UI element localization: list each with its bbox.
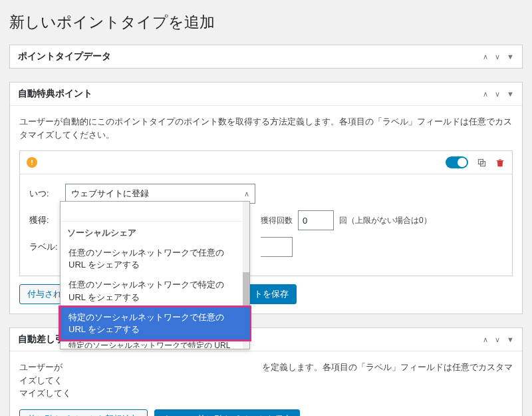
trash-icon[interactable] bbox=[495, 157, 505, 168]
panel-title: 自動特典ポイント bbox=[18, 88, 483, 100]
page-title: 新しいポイントタイプを追加 bbox=[9, 12, 523, 33]
when-dropdown: ソーシャルシェア 任意のソーシャルネットワークで任意の URL をシェアする 任… bbox=[60, 201, 250, 349]
max-times-label: 獲得回数 bbox=[261, 215, 293, 226]
caret-down-icon[interactable]: ▼ bbox=[507, 53, 514, 61]
chevron-up-icon: ∧ bbox=[244, 190, 249, 198]
dropdown-group-label: ソーシャルシェア bbox=[61, 222, 249, 243]
chevron-up-icon[interactable]: ∧ bbox=[483, 53, 488, 61]
chevron-down-icon[interactable]: ∨ bbox=[495, 90, 500, 99]
when-select-value: ウェブサイトに登録 bbox=[71, 188, 149, 200]
warning-icon: ! bbox=[27, 157, 37, 168]
chevron-up-icon[interactable]: ∧ bbox=[483, 335, 488, 344]
award-item: ! いつ: bbox=[19, 150, 513, 276]
label-label: ラベル: bbox=[29, 241, 60, 253]
dropdown-option[interactable]: 任意のソーシャルネットワークで任意の URL をシェアする bbox=[61, 243, 249, 275]
panel-description: ユーザーが自動的にこのポイントタイプのポイント数を取得する方法定義します。各項目… bbox=[19, 115, 513, 141]
enable-toggle[interactable] bbox=[446, 156, 468, 168]
chevron-down-icon[interactable]: ∨ bbox=[495, 53, 500, 61]
dropdown-option[interactable]: 任意のソーシャルネットワークで特定の URL をシェアする bbox=[61, 275, 249, 307]
save-deducts-button[interactable]: すべての差し引きポイントを保存 bbox=[154, 409, 300, 417]
panel-auto-award-points: 自動特典ポイント ∧ ∨ ▼ ユーザーが自動的にこのポイントタイプのポイント数を… bbox=[9, 82, 523, 314]
caret-down-icon[interactable]: ▼ bbox=[507, 335, 514, 344]
earn-label: 獲得: bbox=[29, 214, 60, 226]
copy-icon[interactable] bbox=[476, 157, 487, 168]
when-label: いつ: bbox=[29, 188, 60, 200]
chevron-up-icon[interactable]: ∧ bbox=[483, 90, 488, 99]
save-awards-button[interactable]: トを保存 bbox=[246, 284, 297, 304]
panel-description: ユーザーがを定義します。各項目の「ラベル」フィールドは任意でカスタマイズしてく … bbox=[19, 361, 513, 400]
add-deduct-button[interactable]: 差し引きポイントを新規追加 bbox=[19, 409, 148, 417]
panel-title: ポイントタイプデータ bbox=[18, 51, 483, 63]
panel-point-type-data: ポイントタイプデータ ∧ ∨ ▼ bbox=[9, 45, 523, 69]
label-input[interactable] bbox=[261, 237, 293, 257]
max-times-input[interactable]: 0 bbox=[298, 210, 334, 230]
max-times-suffix: 回（上限がない場合は0） bbox=[339, 215, 432, 226]
caret-down-icon[interactable]: ▼ bbox=[507, 90, 514, 99]
dropdown-option-selected[interactable]: 特定のソーシャルネットワークで任意の URL をシェアする bbox=[61, 308, 249, 339]
chevron-down-icon[interactable]: ∨ bbox=[495, 335, 500, 344]
